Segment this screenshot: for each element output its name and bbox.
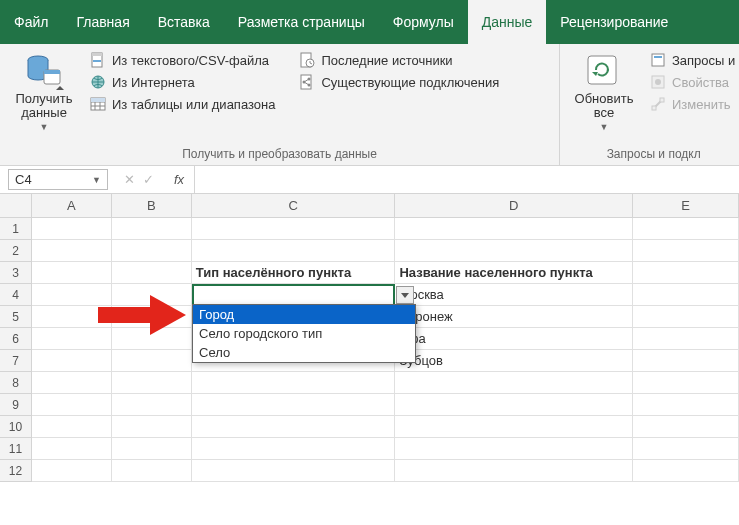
cell-B12[interactable] — [112, 460, 192, 482]
cell-A3[interactable] — [32, 262, 112, 284]
row-header[interactable]: 5 — [0, 306, 32, 328]
from-csv-button[interactable]: Из текстового/CSV-файла — [86, 50, 279, 70]
cell-C8[interactable] — [192, 372, 396, 394]
cell-E11[interactable] — [633, 438, 739, 460]
cell-B10[interactable] — [112, 416, 192, 438]
grid-row: 2 — [0, 240, 739, 262]
edit-links-icon — [650, 96, 666, 112]
col-header-e[interactable]: E — [633, 194, 739, 217]
cell-A11[interactable] — [32, 438, 112, 460]
cell-C10[interactable] — [192, 416, 396, 438]
row-header[interactable]: 11 — [0, 438, 32, 460]
cell-C1[interactable] — [192, 218, 396, 240]
queries-button[interactable]: Запросы и — [646, 50, 739, 70]
existing-connections-label: Существующие подключения — [321, 75, 499, 90]
tab-insert[interactable]: Вставка — [144, 0, 224, 44]
tab-formulas[interactable]: Формулы — [379, 0, 468, 44]
cell-A7[interactable] — [32, 350, 112, 372]
col-header-a[interactable]: A — [32, 194, 112, 217]
data-validation-dropdown-button[interactable] — [396, 286, 414, 304]
cell-E10[interactable] — [633, 416, 739, 438]
dropdown-option[interactable]: Село городского тип — [193, 324, 415, 343]
cell-D11[interactable] — [395, 438, 633, 460]
row-header[interactable]: 10 — [0, 416, 32, 438]
cell-E8[interactable] — [633, 372, 739, 394]
cell-E3[interactable] — [633, 262, 739, 284]
cell-E4[interactable] — [633, 284, 739, 306]
row-header[interactable]: 9 — [0, 394, 32, 416]
col-header-b[interactable]: B — [112, 194, 192, 217]
col-header-d[interactable]: D — [395, 194, 633, 217]
cell-D7[interactable]: Зубцов — [395, 350, 633, 372]
cell-D6[interactable]: Уфа — [395, 328, 633, 350]
cell-D3[interactable]: Название населенного пункта — [395, 262, 633, 284]
cell-D12[interactable] — [395, 460, 633, 482]
recent-sources-button[interactable]: Последние источники — [295, 50, 503, 70]
cell-B11[interactable] — [112, 438, 192, 460]
dropdown-option[interactable]: Село — [193, 343, 415, 362]
cell-E2[interactable] — [633, 240, 739, 262]
row-header[interactable]: 12 — [0, 460, 32, 482]
formula-input[interactable] — [194, 166, 739, 193]
cell-A8[interactable] — [32, 372, 112, 394]
cell-A2[interactable] — [32, 240, 112, 262]
cell-D1[interactable] — [395, 218, 633, 240]
cell-E9[interactable] — [633, 394, 739, 416]
cell-C9[interactable] — [192, 394, 396, 416]
from-web-button[interactable]: Из Интернета — [86, 72, 279, 92]
cell-E1[interactable] — [633, 218, 739, 240]
get-data-button[interactable]: Получить данные ▼ — [8, 48, 80, 132]
edit-links-button[interactable]: Изменить — [646, 94, 739, 114]
spreadsheet-grid: A B C D E 123Тип населённого пунктаНазва… — [0, 194, 739, 482]
cell-E7[interactable] — [633, 350, 739, 372]
cell-D2[interactable] — [395, 240, 633, 262]
get-data-label: Получить данные — [8, 92, 80, 121]
from-table-button[interactable]: Из таблицы или диапазона — [86, 94, 279, 114]
tab-data[interactable]: Данные — [468, 0, 547, 44]
confirm-icon[interactable]: ✓ — [143, 172, 154, 187]
row-header[interactable]: 3 — [0, 262, 32, 284]
cell-D5[interactable]: Воронеж — [395, 306, 633, 328]
cell-A12[interactable] — [32, 460, 112, 482]
row-header[interactable]: 1 — [0, 218, 32, 240]
cell-A1[interactable] — [32, 218, 112, 240]
cell-C4[interactable] — [192, 284, 396, 306]
dropdown-option[interactable]: Город — [193, 305, 415, 324]
tab-home[interactable]: Главная — [62, 0, 143, 44]
cell-C3[interactable]: Тип населённого пункта — [192, 262, 396, 284]
cell-D4[interactable]: Москва — [395, 284, 633, 306]
cell-B7[interactable] — [112, 350, 192, 372]
cell-B8[interactable] — [112, 372, 192, 394]
col-header-c[interactable]: C — [192, 194, 396, 217]
cell-D8[interactable] — [395, 372, 633, 394]
cell-B1[interactable] — [112, 218, 192, 240]
properties-button[interactable]: Свойства — [646, 72, 739, 92]
row-header[interactable]: 4 — [0, 284, 32, 306]
tab-review[interactable]: Рецензирование — [546, 0, 682, 44]
cell-E5[interactable] — [633, 306, 739, 328]
tab-page-layout[interactable]: Разметка страницы — [224, 0, 379, 44]
refresh-all-button[interactable]: Обновить все ▼ — [568, 48, 640, 132]
fx-label[interactable]: fx — [164, 172, 194, 187]
cell-A9[interactable] — [32, 394, 112, 416]
cell-C2[interactable] — [192, 240, 396, 262]
cell-E6[interactable] — [633, 328, 739, 350]
select-all-corner[interactable] — [0, 194, 32, 217]
cell-B2[interactable] — [112, 240, 192, 262]
cell-A10[interactable] — [32, 416, 112, 438]
row-header[interactable]: 8 — [0, 372, 32, 394]
tab-file[interactable]: Файл — [0, 0, 62, 44]
cell-B3[interactable] — [112, 262, 192, 284]
row-header[interactable]: 7 — [0, 350, 32, 372]
row-header[interactable]: 2 — [0, 240, 32, 262]
row-header[interactable]: 6 — [0, 328, 32, 350]
existing-connections-button[interactable]: Существующие подключения — [295, 72, 503, 92]
cell-C12[interactable] — [192, 460, 396, 482]
cell-D9[interactable] — [395, 394, 633, 416]
cancel-icon[interactable]: ✕ — [124, 172, 135, 187]
name-box[interactable]: C4 ▼ — [8, 169, 108, 190]
cell-C11[interactable] — [192, 438, 396, 460]
cell-E12[interactable] — [633, 460, 739, 482]
cell-D10[interactable] — [395, 416, 633, 438]
cell-B9[interactable] — [112, 394, 192, 416]
